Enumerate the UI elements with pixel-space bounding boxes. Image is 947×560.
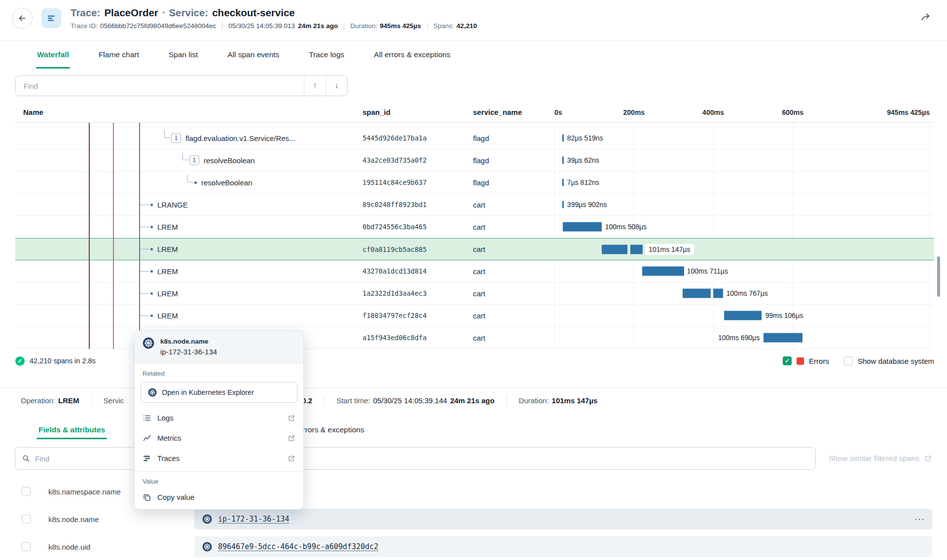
collapse-count-badge[interactable]: 1 bbox=[171, 133, 181, 143]
span-name-cell: 1 flagd.evaluation.v1.Service/Res... bbox=[15, 127, 363, 149]
table-row[interactable]: LRANGE 89c0248ff8923bd1 cart 399µs 902ns bbox=[15, 194, 934, 216]
spans-loaded-status: 42,210 spans in 2.8s bbox=[30, 357, 96, 365]
span-bar[interactable] bbox=[563, 222, 602, 232]
span-name: flagd.evaluation.v1.Service/Res... bbox=[185, 134, 295, 142]
span-bar[interactable] bbox=[562, 135, 564, 142]
related-section-label: Related bbox=[135, 364, 303, 381]
attribute-value-text[interactable]: ip-172-31-36-134 bbox=[218, 515, 290, 524]
attribute-value[interactable]: 896467e9-5dcc-464c-b99c-a609df320dc2 bbox=[194, 536, 932, 557]
divider bbox=[427, 23, 428, 30]
find-prev-button[interactable]: ↑ bbox=[304, 76, 326, 96]
show-database-system-checkbox[interactable] bbox=[844, 356, 853, 365]
back-button[interactable] bbox=[12, 8, 33, 29]
timeline-cell: 7µs 812ns bbox=[554, 172, 930, 193]
tab-all-span-events[interactable]: All span events bbox=[226, 41, 280, 69]
external-link-icon bbox=[288, 414, 295, 422]
tree-dot bbox=[150, 248, 153, 250]
trace-view-tabs: Waterfall Flame chart Span list All span… bbox=[0, 41, 947, 69]
span-bar[interactable] bbox=[630, 245, 643, 254]
span-bar[interactable] bbox=[562, 157, 564, 164]
span-duration: 399µs 902ns bbox=[567, 201, 607, 209]
operation-label: Operation: bbox=[21, 396, 55, 405]
timeline-cell: 100ms 508µs bbox=[554, 216, 930, 238]
tab-errors-exceptions[interactable]: Errors & exceptions bbox=[295, 420, 366, 439]
share-button[interactable] bbox=[920, 12, 930, 22]
column-header-name: Name bbox=[15, 108, 363, 116]
table-row[interactable]: resolveBoolean 195114c84ce9b637 flagd 7µ… bbox=[15, 172, 934, 194]
table-row[interactable]: LREM 1a2322d1d3aa4ec3 cart 100ms 767µs bbox=[15, 282, 934, 305]
span-id: cf0a8119cb5ac885 bbox=[363, 245, 473, 253]
attribute-checkbox[interactable] bbox=[22, 515, 31, 524]
timeline-axis: 0s 200ms 400ms 600ms 945ms 425µs bbox=[554, 102, 930, 122]
collapse-count-badge[interactable]: 1 bbox=[189, 155, 199, 165]
tree-connector bbox=[140, 205, 149, 205]
waterfall-find-input[interactable] bbox=[16, 76, 304, 96]
service-name: cart bbox=[473, 223, 554, 231]
tab-waterfall[interactable]: Waterfall bbox=[36, 41, 70, 69]
table-row[interactable]: LREM f18034797ecf28c4 cart 99ms 106µs bbox=[15, 305, 934, 327]
tick-end: 945ms 425µs bbox=[887, 108, 930, 116]
span-duration: 101ms 147µs bbox=[645, 244, 693, 255]
span-bar[interactable] bbox=[683, 289, 711, 298]
table-row[interactable]: 1 flagd.evaluation.v1.Service/Res... 544… bbox=[15, 127, 934, 149]
span-bar[interactable] bbox=[642, 267, 684, 276]
table-row-selected[interactable]: LREM cf0a8119cb5ac885 cart 101ms 147µs bbox=[15, 238, 934, 260]
menu-item-traces[interactable]: Traces bbox=[135, 448, 303, 468]
errors-checkbox[interactable]: ✓ bbox=[783, 356, 792, 365]
span-duration: 100ms 690µs bbox=[718, 334, 760, 342]
tab-fields-attributes[interactable]: Fields & attributes bbox=[36, 420, 107, 439]
open-in-kubernetes-explorer-button[interactable]: Open in Kubernetes Explorer bbox=[141, 382, 297, 403]
span-name: LRANGE bbox=[157, 201, 188, 209]
menu-item-logs[interactable]: Logs bbox=[135, 408, 303, 428]
span-duration-label: Duration: bbox=[519, 396, 549, 405]
attribute-value[interactable]: ip-172-31-36-134 ⋯ bbox=[194, 509, 932, 529]
share-icon bbox=[920, 12, 930, 22]
context-menu-header: k8s.node.name ip-172-31-36-134 bbox=[135, 331, 303, 364]
attribute-checkbox[interactable] bbox=[22, 542, 31, 551]
find-next-button[interactable]: ↓ bbox=[326, 76, 347, 96]
menu-item-copy-value[interactable]: Copy value bbox=[135, 489, 303, 509]
waterfall-panel: ↑ ↓ Name span_id service_name 0s 200ms 4… bbox=[0, 75, 947, 373]
timeline-cell: 399µs 902ns bbox=[554, 194, 930, 215]
service-name: checkout-service bbox=[212, 7, 295, 19]
tab-span-list[interactable]: Span list bbox=[168, 41, 199, 69]
span-bar[interactable] bbox=[764, 333, 802, 343]
meta-operation: Operation: LREM bbox=[15, 395, 91, 406]
span-id: 1a2322d1d3aa4ec3 bbox=[363, 289, 473, 297]
tab-all-errors-exceptions[interactable]: All errors & exceptions bbox=[373, 41, 451, 69]
traces-icon bbox=[143, 454, 151, 463]
waterfall-scrollbar-thumb[interactable] bbox=[937, 256, 940, 297]
tab-trace-logs[interactable]: Trace logs bbox=[308, 41, 345, 69]
tree-dot bbox=[150, 270, 153, 273]
span-id: 5445d926de17ba1a bbox=[363, 134, 473, 142]
kubernetes-icon bbox=[202, 514, 212, 524]
span-bar[interactable] bbox=[713, 289, 723, 298]
span-bar[interactable] bbox=[724, 311, 762, 320]
span-duration: 100ms 711µs bbox=[687, 267, 728, 275]
spans-count: 42,210 bbox=[457, 22, 477, 30]
kubernetes-icon bbox=[202, 542, 212, 552]
span-id: 195114c84ce9b637 bbox=[363, 178, 473, 186]
table-row[interactable]: 1 resolveBoolean 43a2ce03d735a0f2 flagd … bbox=[15, 149, 934, 172]
span-name-cell: LREM bbox=[15, 239, 363, 260]
tick-200ms: 200ms bbox=[623, 108, 645, 116]
menu-item-metrics[interactable]: Metrics bbox=[135, 428, 303, 448]
attribute-value-text[interactable]: 896467e9-5dcc-464c-b99c-a609df320dc2 bbox=[218, 542, 378, 551]
span-id: 89c0248ff8923bd1 bbox=[363, 201, 473, 209]
k8s-button-label: Open in Kubernetes Explorer bbox=[162, 388, 254, 396]
metrics-icon bbox=[143, 434, 151, 443]
span-bar[interactable] bbox=[562, 179, 564, 186]
span-bar[interactable] bbox=[562, 201, 564, 209]
trace-app-icon bbox=[41, 8, 61, 28]
traces-label: Traces bbox=[157, 454, 180, 462]
tree-connector bbox=[140, 227, 149, 227]
show-similar-filtered-spans-button[interactable]: Show similar filtered spans bbox=[829, 454, 932, 463]
tab-flame-chart[interactable]: Flame chart bbox=[98, 41, 140, 69]
span-bar[interactable] bbox=[602, 245, 627, 254]
table-row[interactable]: LREM 0bd724556c3ba465 cart 100ms 508µs bbox=[15, 216, 934, 238]
span-name-cell: 1 resolveBoolean bbox=[15, 149, 363, 171]
table-row[interactable]: LREM 43270a1dcd13d814 cart 100ms 711µs bbox=[15, 260, 934, 282]
more-menu-icon[interactable]: ⋯ bbox=[914, 514, 924, 524]
timeline-cell: 100ms 767µs bbox=[554, 282, 930, 304]
attribute-checkbox[interactable] bbox=[22, 487, 31, 496]
